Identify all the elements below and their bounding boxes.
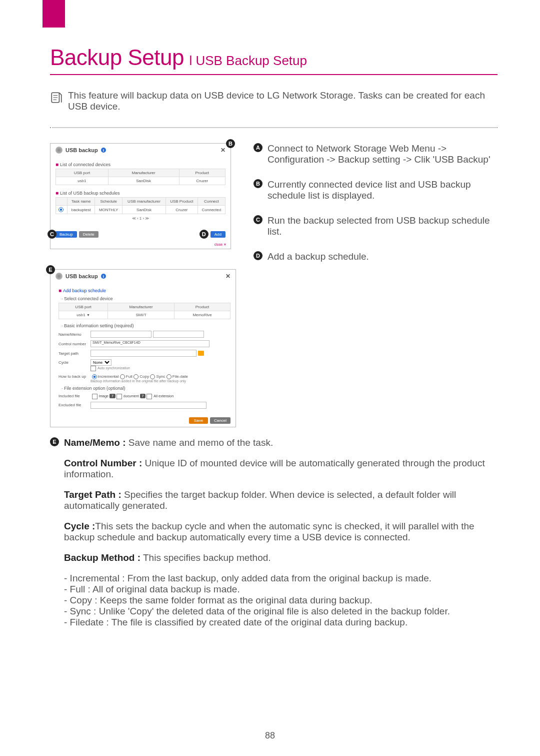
li2: - Full : All of original data backup is … (64, 584, 498, 595)
side-tab (42, 0, 65, 28)
sec-ext: File extension option (optional) (64, 386, 126, 391)
method-label: Backup Method : (64, 552, 140, 563)
panels-col: B USB backup i ✕ ■List of connected devi… (50, 143, 236, 427)
target-text: Specifies the target backup folder. When… (64, 489, 456, 511)
lbl-howto: How to back up (58, 374, 90, 379)
badge-e: E (46, 265, 55, 274)
table-row[interactable]: backuptestMONTHLYSanDiskCruzerConnected (56, 206, 226, 214)
page: Backup Setup l USB Backup Setup This fea… (0, 0, 540, 756)
count-chip: 7 (140, 394, 146, 398)
badge-d2: D (254, 251, 262, 260)
panel1-title: USB backup (66, 147, 98, 153)
desc-a: Connect to Network Storage Web Menu -> C… (268, 143, 498, 165)
page-number: 88 (0, 730, 540, 741)
th: Product (179, 169, 225, 177)
name-input[interactable] (90, 331, 152, 338)
radio-incremental[interactable] (92, 374, 97, 379)
info-icon[interactable]: i (101, 148, 106, 153)
panel2-header: USB backup i ✕ (50, 270, 236, 283)
close-icon[interactable]: ✕ (220, 147, 226, 154)
title-sub: l USB Backup Setup (189, 53, 307, 68)
lbl-cycle: Cycle (58, 360, 90, 365)
badge-a: A (254, 143, 262, 152)
lbl-included: Included file (58, 394, 90, 398)
badge-b: B (226, 139, 235, 148)
note-icon (50, 91, 63, 104)
th: Manufacturer (108, 169, 179, 177)
li3: - Copy : Keeps the same folder format as… (64, 595, 498, 606)
badge-c2: C (254, 215, 262, 224)
radio-filedate[interactable] (166, 374, 172, 379)
right-description-list: AConnect to Network Storage Web Menu -> … (254, 143, 498, 262)
panel1-buttons: C Backup Delete D Add (50, 228, 230, 243)
chk-allext[interactable] (146, 394, 152, 399)
li5: - Filedate : The file is classified by c… (64, 617, 498, 628)
excluded-input[interactable] (90, 402, 206, 409)
chk-doc[interactable] (116, 394, 122, 399)
desc-c: Run the backup selected from USB backup … (268, 215, 498, 237)
close-icon[interactable]: ✕ (226, 273, 230, 280)
th: Product (174, 303, 230, 311)
sec-add: Add backup schedule (63, 288, 106, 293)
delete-button[interactable]: Delete (79, 231, 98, 238)
lbl-excluded: Excluded file (58, 403, 90, 407)
table-row[interactable]: usb1 ▼SMI/TMemoRive (59, 311, 230, 319)
folder-icon[interactable] (198, 351, 204, 356)
panel-add-schedule: E USB backup i ✕ ■Add backup schedule · … (50, 269, 236, 427)
sec-select: Select connected device (64, 296, 113, 301)
sec2-title: List of USB backup schedules (60, 191, 120, 196)
panels-row: B USB backup i ✕ ■List of connected devi… (50, 143, 498, 427)
th: Task name (68, 198, 95, 206)
radio-copy[interactable] (134, 374, 138, 379)
radio-sync[interactable] (150, 374, 155, 379)
info-icon[interactable]: i (101, 274, 106, 279)
chk-image[interactable] (92, 394, 98, 399)
badge-d: D (200, 230, 208, 239)
target-label: Target Path : (64, 489, 122, 500)
howto-hint: Backup information added in the original… (90, 379, 230, 383)
th: USB manufacturer (122, 198, 166, 206)
cancel-button[interactable]: Cancel (210, 417, 230, 424)
panel1-header: USB backup i ✕ (50, 144, 230, 157)
pager[interactable]: ≪ ‹ 1 › ≫ (56, 216, 226, 221)
add-button[interactable]: Add (210, 231, 226, 238)
badge-c: C (48, 230, 56, 239)
target-path-input[interactable] (90, 350, 196, 357)
title-main: Backup Setup (50, 45, 184, 70)
desc-b: Currently connected device list and USB … (268, 179, 498, 201)
li1: - Incremental : From the last backup, on… (64, 573, 498, 584)
th: USB port (56, 169, 108, 177)
lbl-control: Control number (58, 342, 90, 346)
name-text: Save name and memo of the task. (126, 437, 274, 448)
connected-devices-table: USB portManufacturerProduct usb1SanDiskC… (56, 169, 226, 185)
bottom-section: E Name/Memo : Save name and memo of the … (50, 437, 498, 628)
sec1-title: List of connected devices (60, 162, 110, 167)
radio-select[interactable] (58, 207, 64, 212)
radio-full[interactable] (120, 374, 125, 379)
cycle-select[interactable]: None (90, 359, 112, 366)
auto-sync-checkbox[interactable] (90, 366, 96, 371)
sec-basic: Basic information setting (required) (64, 323, 134, 328)
control-number-field: SMI/T_MemoRive_CBC8F14D (90, 340, 210, 347)
li4: - Sync : Unlike 'Copy' the deleted data … (64, 606, 498, 617)
save-button[interactable]: Save (189, 417, 208, 424)
desc-d: Add a backup schedule. (268, 251, 369, 262)
panel-usb-backup-list: B USB backup i ✕ ■List of connected devi… (50, 143, 231, 249)
cycle-text: This sets the backup cycle and when the … (64, 521, 474, 542)
content: Backup Setup l USB Backup Setup This fea… (0, 0, 540, 658)
th: USB Product (166, 198, 198, 206)
method-text: This specifies backup method. (140, 552, 271, 563)
cycle-label: Cycle : (64, 521, 95, 531)
schedule-table: Task nameScheduleUSB manufacturerUSB Pro… (56, 197, 226, 214)
lbl-name: Name/Memo (58, 332, 90, 337)
memo-input[interactable] (153, 331, 204, 338)
intro-text: This feature will backup data on USB dev… (68, 90, 498, 112)
th: Connect (198, 198, 225, 206)
badge-b2: B (254, 179, 262, 188)
control-label: Control Number : (64, 458, 142, 468)
backup-button[interactable]: Backup (56, 231, 77, 238)
count-chip: 7 (110, 394, 116, 398)
th: USB port (59, 303, 108, 311)
table-row[interactable]: usb1SanDiskCruzer (56, 177, 226, 185)
lbl-target: Target path (58, 351, 90, 356)
